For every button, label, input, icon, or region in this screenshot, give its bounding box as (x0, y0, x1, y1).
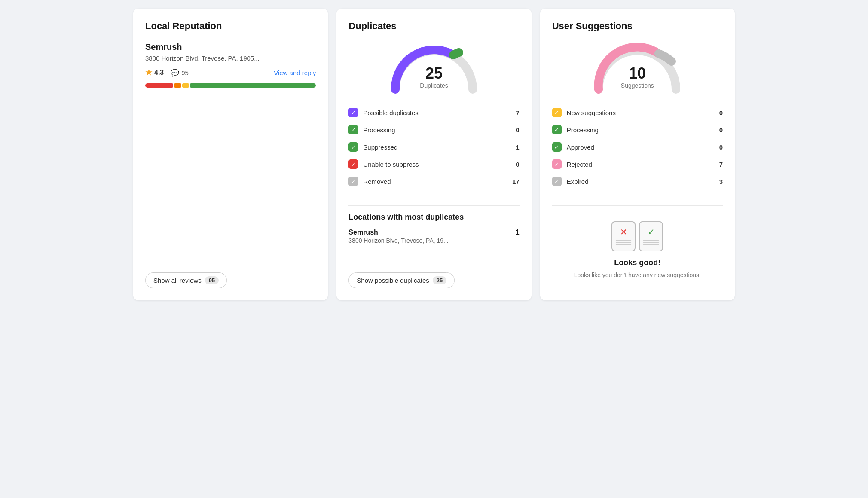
doc-card-rejected: ✕ (611, 221, 636, 251)
duplicates-title: Duplicates (348, 21, 519, 32)
check-processing-suggestions-icon: ✓ (552, 125, 562, 134)
stat-expired: ✓ Expired 3 (552, 173, 723, 190)
location-item: Semrush 1 3800 Horizon Blvd, Trevose, PA… (348, 229, 519, 244)
stat-processing-label: Processing (363, 126, 395, 134)
stat-rejected-label: Rejected (567, 161, 592, 168)
locations-section-title: Locations with most duplicates (348, 213, 519, 222)
suggestions-stats-list: ✓ New suggestions 0 ✓ Processing 0 ✓ App… (552, 104, 723, 190)
doc-lines-1 (616, 239, 631, 246)
stat-unable-to-suppress: ✓ Unable to suppress 0 (348, 156, 519, 173)
rating-bar (145, 83, 316, 88)
review-count-display: 💬 95 (171, 69, 189, 77)
location-address: 3800 Horizon Blvd, Trevose, PA, 19... (348, 237, 519, 244)
business-name: Semrush (145, 42, 316, 52)
divider-2 (552, 205, 723, 206)
user-suggestions-title: User Suggestions (552, 21, 723, 32)
stat-approved: ✓ Approved 0 (552, 138, 723, 156)
local-reputation-card: Local Reputation Semrush 3800 Horizon Bl… (133, 9, 328, 300)
check-possible-duplicates-icon: ✓ (348, 108, 358, 117)
doc-card-approved: ✓ (639, 221, 663, 251)
stat-expired-count: 3 (719, 178, 723, 185)
duplicates-gauge-label: Duplicates (420, 82, 448, 89)
stat-possible-duplicates-count: 7 (516, 109, 519, 116)
stat-new-label: New suggestions (567, 109, 616, 116)
stat-processing-suggestions-count: 0 (719, 126, 723, 134)
suggestions-number: 10 (621, 66, 654, 81)
check-mark-icon: ✓ (648, 227, 655, 237)
stat-processing-suggestions: ✓ Processing 0 (552, 121, 723, 138)
doc-lines-2 (643, 239, 659, 246)
star-icon: ★ (145, 68, 152, 77)
doc-line (616, 242, 631, 243)
stat-approved-label: Approved (567, 144, 594, 151)
stat-approved-count: 0 (719, 144, 723, 151)
stat-new-suggestions: ✓ New suggestions 0 (552, 104, 723, 121)
show-all-reviews-button[interactable]: Show all reviews 95 (145, 272, 227, 288)
check-processing-icon: ✓ (348, 125, 358, 134)
stat-expired-label: Expired (567, 178, 589, 185)
check-new-icon: ✓ (552, 108, 562, 117)
looks-good-title: Looks good! (614, 258, 660, 267)
bar-green (190, 83, 316, 88)
show-all-reviews-count: 95 (205, 276, 219, 284)
location-name-text: Semrush (348, 229, 378, 236)
stat-removed-label: Removed (363, 178, 391, 185)
suggestions-gauge-center: 10 Suggestions (621, 66, 654, 89)
show-possible-duplicates-button[interactable]: Show possible duplicates 25 (348, 272, 455, 288)
stat-possible-duplicates: ✓ Possible duplicates 7 (348, 104, 519, 121)
stat-processing: ✓ Processing 0 (348, 121, 519, 138)
x-icon: ✕ (620, 227, 627, 237)
doc-line (616, 244, 631, 245)
show-duplicates-label: Show possible duplicates (357, 277, 429, 284)
bar-red (145, 83, 173, 88)
stat-processing-suggestions-label: Processing (567, 126, 599, 134)
stat-suppressed-label: Suppressed (363, 144, 397, 151)
divider-1 (348, 205, 519, 206)
location-count: 1 (516, 229, 520, 236)
chat-icon: 💬 (171, 69, 179, 77)
show-all-reviews-label: Show all reviews (153, 277, 202, 284)
doc-line (643, 244, 659, 245)
local-reputation-title: Local Reputation (145, 21, 316, 32)
rating-row: ★ 4.3 💬 95 View and reply (145, 68, 316, 77)
duplicates-card: Duplicates 25 Duplicates ✓ Possible dupl… (336, 9, 531, 300)
check-suppressed-icon: ✓ (348, 142, 358, 152)
duplicates-number: 25 (420, 66, 448, 81)
check-unable-icon: ✓ (348, 159, 358, 169)
bar-orange (174, 83, 181, 88)
stat-removed-count: 17 (512, 178, 520, 185)
looks-good-section: ✕ ✓ Looks good! Looks (552, 213, 723, 288)
duplicates-gauge-center: 25 Duplicates (420, 66, 448, 89)
stat-new-count: 0 (719, 109, 723, 116)
stat-rejected: ✓ Rejected 7 (552, 156, 723, 173)
show-duplicates-count: 25 (433, 276, 446, 284)
dashboard: Local Reputation Semrush 3800 Horizon Bl… (133, 9, 735, 300)
stat-unable-label: Unable to suppress (363, 161, 419, 168)
looks-good-desc: Looks like you don't have any new sugges… (574, 271, 701, 280)
stat-removed: ✓ Removed 17 (348, 173, 519, 190)
doc-line (616, 240, 631, 241)
looks-good-icon: ✕ ✓ (611, 221, 663, 251)
suggestions-gauge: 10 Suggestions (552, 42, 723, 94)
duplicates-stats-list: ✓ Possible duplicates 7 ✓ Processing 0 ✓… (348, 104, 519, 190)
stat-suppressed-count: 1 (516, 144, 519, 151)
bar-yellow (182, 83, 189, 88)
doc-line (643, 242, 659, 243)
stat-possible-duplicates-label: Possible duplicates (363, 109, 418, 116)
location-name: Semrush 1 (348, 229, 519, 236)
check-expired-icon: ✓ (552, 177, 562, 186)
stat-suppressed: ✓ Suppressed 1 (348, 138, 519, 156)
stat-processing-count: 0 (516, 126, 519, 134)
check-removed-icon: ✓ (348, 177, 358, 186)
view-reply-link[interactable]: View and reply (274, 69, 316, 76)
doc-line (643, 240, 659, 241)
stat-unable-count: 0 (516, 161, 519, 168)
rating-display: ★ 4.3 (145, 68, 164, 77)
check-approved-icon: ✓ (552, 142, 562, 152)
check-rejected-icon: ✓ (552, 159, 562, 169)
review-count-value: 95 (181, 69, 189, 76)
duplicates-gauge: 25 Duplicates (348, 42, 519, 94)
business-address: 3800 Horizon Blvd, Trevose, PA, 1905... (145, 55, 316, 62)
stat-rejected-count: 7 (719, 161, 723, 168)
suggestions-gauge-label: Suggestions (621, 82, 654, 89)
